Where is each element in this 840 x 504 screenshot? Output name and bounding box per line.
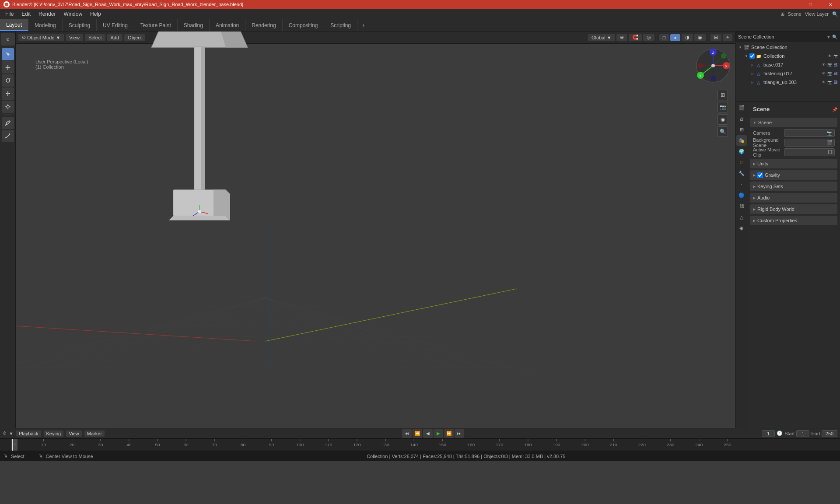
scene-collection-row[interactable]: ▼ 🎬 Scene Collection <box>735 43 840 52</box>
menu-window[interactable]: Window <box>60 10 86 18</box>
audio-section-header[interactable]: ▶ Audio <box>750 193 837 203</box>
base-constraint-icon[interactable]: ⛓ <box>833 62 838 67</box>
prop-tab-output[interactable]: 🖨 <box>736 113 747 124</box>
scene-section-header[interactable]: ▼ Scene <box>750 118 837 127</box>
rigid-body-world-section-header[interactable]: ▶ Rigid Body World <box>750 204 837 214</box>
play-reverse-btn[interactable]: ◀ <box>423 429 433 438</box>
start-frame-input[interactable]: 1 <box>796 430 809 437</box>
tab-shading[interactable]: Shading <box>178 19 210 31</box>
prop-tab-object[interactable]: □ <box>736 157 747 168</box>
search-icon[interactable]: 🔍 <box>832 11 838 17</box>
shading-material[interactable]: ◑ <box>682 34 693 41</box>
fastening-expand[interactable]: ▶ <box>749 72 756 76</box>
canvas-area[interactable]: User Perspective (Local) (1) Collection … <box>16 44 735 428</box>
select-menu[interactable]: Select <box>85 34 105 41</box>
triangle-render-icon[interactable]: 📷 <box>827 80 832 85</box>
maximize-button[interactable]: □ <box>801 0 820 9</box>
prop-tab-constraints[interactable]: ⛓ <box>736 201 747 211</box>
tool-transform[interactable] <box>2 101 14 113</box>
tab-rendering[interactable]: Rendering <box>245 19 282 31</box>
search-btn[interactable]: 🔍 <box>718 126 728 137</box>
zoom-extents-btn[interactable]: ⊞ <box>718 90 728 100</box>
collection-eye-icon[interactable]: 👁 <box>827 53 832 59</box>
prop-tab-view-layer[interactable]: ⊞ <box>736 124 747 135</box>
triangle-expand[interactable]: ▶ <box>749 80 756 84</box>
units-section-header[interactable]: ▶ Units <box>750 159 837 168</box>
view-menu-timeline[interactable]: View <box>66 430 82 437</box>
prop-tab-data[interactable]: △ <box>736 212 747 222</box>
object-base-row[interactable]: ▶ △ base.017 👁 📷 ⛓ <box>735 60 840 69</box>
minimize-button[interactable]: — <box>781 0 801 9</box>
tab-sculpting[interactable]: Sculpting <box>63 19 97 31</box>
shading-solid[interactable]: ● <box>670 34 680 41</box>
mode-selector[interactable]: ⊙ <box>1 33 15 46</box>
jump-start-btn[interactable]: ⏮ <box>402 429 412 438</box>
prop-tab-scene[interactable]: 🎭 <box>736 135 747 146</box>
prop-pin-icon[interactable]: 📌 <box>832 107 837 112</box>
prop-tab-modifiers[interactable]: 🔧 <box>736 168 747 178</box>
prop-tab-render[interactable]: 🎬 <box>736 102 747 113</box>
menu-edit[interactable]: Edit <box>18 10 34 18</box>
tool-annotate[interactable] <box>2 117 14 129</box>
global-selector[interactable]: Global ▼ <box>588 34 615 41</box>
menu-render[interactable]: Render <box>35 10 59 18</box>
menu-file[interactable]: File <box>2 10 17 18</box>
tool-cursor[interactable] <box>2 48 14 60</box>
custom-properties-section-header[interactable]: ▶ Custom Properties <box>750 216 837 225</box>
camera-select-icon[interactable]: 📷 <box>826 130 833 136</box>
collection-visibility-checkbox[interactable] <box>749 53 755 59</box>
keying-menu[interactable]: Keying <box>44 430 64 437</box>
background-scene-value[interactable]: 🎬 <box>784 139 835 147</box>
render-preview-btn[interactable]: ◉ <box>718 114 728 125</box>
tool-move[interactable] <box>2 61 14 74</box>
keying-sets-section-header[interactable]: ▶ Keying Sets <box>750 182 837 191</box>
tool-scale[interactable] <box>2 88 14 100</box>
play-btn[interactable]: ▶ <box>434 429 443 438</box>
snapping-toggle[interactable]: 🧲 <box>629 34 642 41</box>
prev-keyframe-btn[interactable]: ⏪ <box>413 429 422 438</box>
tab-modeling[interactable]: Modeling <box>28 19 63 31</box>
tab-compositing[interactable]: Compositing <box>283 19 325 31</box>
outliner-filter-icon[interactable]: ▼ <box>826 35 831 39</box>
background-scene-icon[interactable]: 🎬 <box>826 140 833 146</box>
tab-scripting[interactable]: Scripting <box>324 19 357 31</box>
transform-pivot[interactable]: ⊕ <box>616 34 627 41</box>
gizmo-toggle[interactable]: ⌖ <box>723 34 732 41</box>
tab-animation[interactable]: Animation <box>210 19 245 31</box>
playback-menu[interactable]: Playback <box>16 430 41 437</box>
marker-menu[interactable]: Marker <box>84 430 105 437</box>
navigation-gizmo[interactable]: X Y Z <box>696 48 731 84</box>
shading-rendered[interactable]: ◉ <box>694 34 706 41</box>
active-movie-clip-value[interactable]: 🎞 <box>784 148 835 156</box>
active-movie-clip-icon[interactable]: 🎞 <box>828 150 833 155</box>
fastening-render-icon[interactable]: 📷 <box>827 71 832 76</box>
tab-add-button[interactable]: + <box>357 19 369 31</box>
next-keyframe-btn[interactable]: ⏩ <box>444 429 454 438</box>
base-render-icon[interactable]: 📷 <box>827 62 832 67</box>
shading-wireframe[interactable]: □ <box>659 34 669 41</box>
prop-tab-material[interactable]: ◉ <box>736 223 747 233</box>
gravity-checkbox[interactable] <box>757 172 763 178</box>
timeline-bar[interactable]: 1 10 20 30 40 50 60 70 80 90 100 110 120… <box>0 438 840 451</box>
tab-layout[interactable]: Layout <box>0 19 28 31</box>
camera-view-btn[interactable]: 📷 <box>718 102 728 112</box>
overlay-toggle[interactable]: ⊞ <box>710 34 721 41</box>
end-frame-input[interactable]: 250 <box>822 430 837 437</box>
view-menu[interactable]: View <box>66 34 83 41</box>
expand-collection[interactable]: ▼ <box>743 54 749 58</box>
fastening-constraint-icon[interactable]: ⛓ <box>833 71 838 76</box>
fastening-eye-icon[interactable]: 👁 <box>821 71 826 76</box>
triangle-constraint-icon[interactable]: ⛓ <box>833 80 838 85</box>
gravity-section-header[interactable]: ▶ Gravity <box>750 170 837 180</box>
current-frame-display[interactable]: 1 <box>762 430 775 437</box>
tab-uv-editing[interactable]: UV Editing <box>97 19 134 31</box>
expand-scene-collection[interactable]: ▼ <box>737 46 743 49</box>
outliner-search-icon[interactable]: 🔍 <box>832 35 837 39</box>
tab-texture-paint[interactable]: Texture Paint <box>134 19 178 31</box>
add-menu[interactable]: Add <box>107 34 123 41</box>
collection-render-icon[interactable]: 📷 <box>833 53 838 59</box>
jump-end-btn[interactable]: ⏭ <box>455 429 464 438</box>
proportional-editing[interactable]: ◎ <box>643 34 654 41</box>
base-expand[interactable]: ▶ <box>749 63 756 67</box>
camera-value[interactable]: 📷 <box>784 129 835 137</box>
